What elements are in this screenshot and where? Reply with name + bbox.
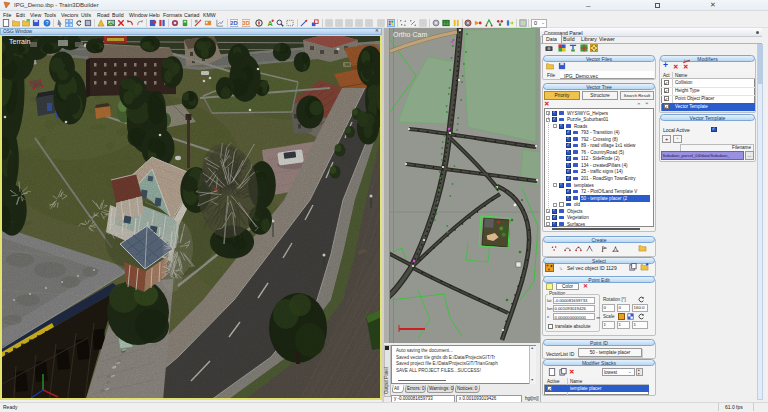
svg-text:Ortho Cam: Ortho Cam xyxy=(393,31,427,38)
svg-text:2D: 2D xyxy=(230,20,237,26)
svg-text:Terrain: Terrain xyxy=(9,38,31,45)
svg-text:3D: 3D xyxy=(242,20,249,26)
svg-text:?: ? xyxy=(46,20,49,26)
